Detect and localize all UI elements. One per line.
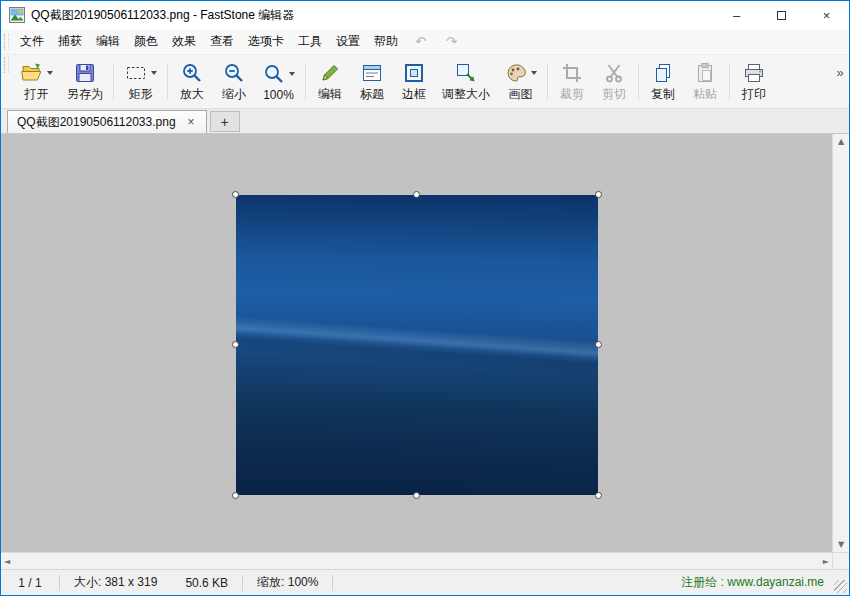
- maximize-icon: [777, 11, 786, 20]
- tab-bar: QQ截图20190506112033.png × +: [1, 109, 849, 134]
- crop-icon: [560, 61, 584, 85]
- menu-item-file[interactable]: 文件: [13, 29, 51, 54]
- tab-label: QQ截图20190506112033.png: [17, 114, 176, 131]
- vertical-scrollbar[interactable]: ▲ ▼: [832, 134, 849, 552]
- selection-handle-top-center[interactable]: [413, 191, 420, 198]
- selection-handle-bottom-right[interactable]: [595, 492, 602, 499]
- toolbar-button-edit[interactable]: 编辑: [309, 57, 351, 106]
- undo-redo-icons[interactable]: ↶ ↷: [415, 34, 465, 49]
- app-icon: [9, 7, 25, 23]
- menu-item-colors[interactable]: 颜色: [127, 29, 165, 54]
- selection-handle-mid-right[interactable]: [595, 341, 602, 348]
- toolbar-separator: [305, 63, 306, 100]
- zoom-in-icon: [180, 61, 204, 85]
- menu-item-edit[interactable]: 编辑: [89, 29, 127, 54]
- toolbar-separator: [729, 63, 730, 100]
- app-window: QQ截图20190506112033.png - FastStone 编辑器 –…: [0, 0, 850, 596]
- status-file-size: 50.6 KB: [171, 576, 242, 590]
- toolbar-button-zoom-level[interactable]: 100%: [255, 57, 302, 106]
- menu-grip: [4, 34, 9, 50]
- toolbar-button-draw[interactable]: 画图: [497, 57, 544, 106]
- new-tab-button[interactable]: +: [210, 111, 240, 132]
- open-dropdown-arrow-icon[interactable]: [47, 71, 53, 75]
- menu-item-settings[interactable]: 设置: [329, 29, 367, 54]
- scrollbar-corner: [832, 552, 849, 569]
- menu-item-effects[interactable]: 效果: [165, 29, 203, 54]
- print-icon: [742, 61, 766, 85]
- resize-icon: [454, 61, 478, 85]
- toolbar-grip: [4, 57, 9, 73]
- open-folder-icon: [20, 61, 44, 85]
- toolbar-overflow-button[interactable]: »: [831, 57, 849, 106]
- rectangle-select-icon: [124, 61, 148, 85]
- maximize-button[interactable]: [759, 1, 804, 29]
- selection-handle-mid-left[interactable]: [232, 341, 239, 348]
- menu-item-tools[interactable]: 工具: [291, 29, 329, 54]
- toolbar: 打开 另存为 矩形 放大: [1, 55, 849, 109]
- toolbar-button-open[interactable]: 打开: [13, 57, 60, 106]
- window-title: QQ截图20190506112033.png - FastStone 编辑器: [31, 7, 714, 24]
- status-bar: 1 / 1 大小: 381 x 319 50.6 KB 缩放: 100% 注册给…: [1, 569, 849, 595]
- menu-item-view[interactable]: 查看: [203, 29, 241, 54]
- scroll-right-arrow-icon[interactable]: ►: [820, 554, 832, 569]
- copy-icon: [651, 61, 675, 85]
- zoom-level-icon: [262, 62, 286, 86]
- selection-handle-bottom-center[interactable]: [413, 492, 420, 499]
- scroll-down-arrow-icon[interactable]: ▼: [835, 537, 847, 552]
- draw-icon: [504, 61, 528, 85]
- close-button[interactable]: ×: [804, 1, 849, 29]
- selection-handle-top-right[interactable]: [595, 191, 602, 198]
- title-bar: QQ截图20190506112033.png - FastStone 编辑器 –…: [1, 1, 849, 29]
- status-page-indicator: 1 / 1: [1, 576, 59, 590]
- toolbar-button-rect-select[interactable]: 矩形: [117, 57, 164, 106]
- menu-item-capture[interactable]: 捕获: [51, 29, 89, 54]
- selection-handle-bottom-left[interactable]: [232, 492, 239, 499]
- minimize-button[interactable]: –: [714, 1, 759, 29]
- status-separator: [332, 575, 333, 591]
- toolbar-separator: [638, 63, 639, 100]
- paste-icon: [693, 61, 717, 85]
- toolbar-button-print[interactable]: 打印: [733, 57, 775, 106]
- save-icon: [73, 61, 97, 85]
- selection-handle-top-left[interactable]: [232, 191, 239, 198]
- zoom-level-dropdown-arrow-icon[interactable]: [289, 72, 295, 76]
- menu-item-tabs[interactable]: 选项卡: [241, 29, 291, 54]
- toolbar-separator: [113, 63, 114, 100]
- status-zoom-level: 缩放: 100%: [243, 574, 332, 591]
- scroll-up-arrow-icon[interactable]: ▲: [835, 134, 847, 149]
- zoom-out-icon: [222, 61, 246, 85]
- toolbar-separator: [167, 63, 168, 100]
- cut-icon: [602, 61, 626, 85]
- toolbar-button-caption[interactable]: 标题: [351, 57, 393, 106]
- toolbar-button-copy[interactable]: 复制: [642, 57, 684, 106]
- toolbar-button-zoom-in[interactable]: 放大: [171, 57, 213, 106]
- toolbar-button-paste: 粘贴: [684, 57, 726, 106]
- toolbar-button-cut: 剪切: [593, 57, 635, 106]
- toolbar-button-save-as[interactable]: 另存为: [60, 57, 110, 106]
- border-icon: [402, 61, 426, 85]
- toolbar-button-border[interactable]: 边框: [393, 57, 435, 106]
- rect-select-dropdown-arrow-icon[interactable]: [151, 71, 157, 75]
- edit-pencil-icon: [318, 61, 342, 85]
- toolbar-button-zoom-out[interactable]: 缩小: [213, 57, 255, 106]
- tab-active[interactable]: QQ截图20190506112033.png ×: [7, 110, 207, 133]
- status-image-size: 大小: 381 x 319: [60, 574, 171, 591]
- canvas-area[interactable]: ▲ ▼ ◄ ►: [1, 134, 849, 569]
- image-preview[interactable]: [236, 195, 598, 495]
- resize-grip-icon[interactable]: [834, 580, 847, 593]
- menu-item-help[interactable]: 帮助: [367, 29, 405, 54]
- toolbar-button-resize[interactable]: 调整大小: [435, 57, 497, 106]
- horizontal-scrollbar[interactable]: ◄ ►: [1, 552, 832, 569]
- menu-bar: 文件 捕获 编辑 颜色 效果 查看 选项卡 工具 设置 帮助 ↶ ↷: [1, 29, 849, 55]
- draw-dropdown-arrow-icon[interactable]: [531, 71, 537, 75]
- status-registered-to: 注册给 : www.dayanzai.me: [667, 574, 834, 591]
- scroll-left-arrow-icon[interactable]: ◄: [1, 554, 13, 569]
- tab-close-icon[interactable]: ×: [186, 115, 197, 129]
- caption-icon: [360, 61, 384, 85]
- toolbar-button-crop: 裁剪: [551, 57, 593, 106]
- toolbar-separator: [547, 63, 548, 100]
